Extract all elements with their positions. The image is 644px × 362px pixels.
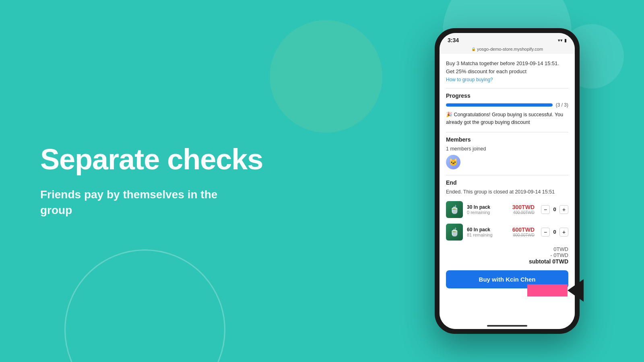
product-info-2: 60 In pack 81 remaining: [467, 227, 508, 237]
arrow-wrapper: [527, 279, 584, 302]
lock-icon: 🔒: [471, 47, 476, 51]
main-title: Separate checks: [40, 144, 263, 175]
qty-decrease-2[interactable]: −: [541, 228, 550, 237]
product-remaining-2: 81 remaining: [467, 232, 508, 237]
left-section: Separate checks Friends pay by themselve…: [40, 144, 263, 218]
subtotal-line: subtotal 0TWD: [446, 258, 568, 265]
battery-icon: ▮: [564, 38, 567, 43]
product-remaining-1: 0 remaining: [467, 210, 508, 215]
url-text: 🔒 yosgo-demo-store.myshopify.com: [471, 47, 543, 51]
deal-description: Buy 3 Matcha together before 2019-09-14 …: [446, 60, 568, 75]
qty-control-2[interactable]: − 0 +: [541, 228, 568, 237]
congrats-emoji: 🎉: [446, 112, 452, 117]
url-address: yosgo-demo-store.myshopify.com: [477, 47, 543, 51]
product-image-1: 🍵: [446, 201, 463, 218]
member-avatar: 🐱: [446, 155, 460, 169]
members-count: 1 members joined: [446, 146, 568, 152]
status-time: 3:34: [448, 37, 459, 43]
price-current-2: 600TWD: [512, 226, 535, 233]
qty-decrease-1[interactable]: −: [541, 205, 550, 214]
progress-label: (3 / 3): [556, 102, 568, 108]
qty-increase-2[interactable]: +: [559, 228, 568, 237]
divider-3: [446, 175, 568, 175]
progress-bar-bg: [446, 103, 553, 107]
price-original-2: 800.00TWD: [513, 233, 535, 237]
home-bar: [487, 325, 527, 327]
progress-section: Progress (3 / 3) 🎉 Congratulations! Grou…: [446, 93, 568, 126]
divider-1: [446, 88, 568, 88]
product-row-1: 🍵 30 In pack 0 remaining 300TWD 400.00TW…: [446, 201, 568, 218]
arrow-shaft: [527, 284, 568, 296]
product-price-2: 600TWD 800.00TWD: [512, 226, 535, 237]
end-title: End: [446, 179, 568, 186]
divider-2: [446, 132, 568, 132]
end-section: End Ended. This group is closed at 2019-…: [446, 179, 568, 195]
price-original-1: 400.00TWD: [513, 210, 535, 215]
product-info-1: 30 In pack 0 remaining: [467, 204, 508, 215]
status-icons: ▾▾ ▮: [558, 38, 567, 43]
qty-value-1: 0: [552, 206, 557, 212]
total-line: 0TWD: [446, 246, 568, 252]
product-price-1: 300TWD 400.00TWD: [512, 204, 535, 215]
status-bar: 3:34 ▾▾ ▮: [440, 33, 575, 45]
url-bar: 🔒 yosgo-demo-store.myshopify.com: [440, 45, 575, 54]
price-current-1: 300TWD: [512, 204, 535, 210]
qty-control-1[interactable]: − 0 +: [541, 205, 568, 214]
qty-value-2: 0: [552, 229, 557, 235]
wifi-icon: ▾▾: [558, 38, 563, 43]
progress-bar-container: (3 / 3): [446, 102, 568, 108]
product-row-2: 🍵 60 In pack 81 remaining 600TWD 800.00T…: [446, 224, 568, 241]
sub-title: Friends pay by themselves in the group: [40, 187, 250, 218]
end-text: Ended. This group is closed at 2019-09-1…: [446, 189, 568, 195]
qty-increase-1[interactable]: +: [559, 205, 568, 214]
members-title: Members: [446, 136, 568, 143]
progress-bar-fill: [446, 103, 553, 107]
product-name-1: 30 In pack: [467, 204, 508, 210]
congrats-text: 🎉 Congratulations! Group buying is succe…: [446, 111, 568, 126]
product-name-2: 60 In pack: [467, 227, 508, 232]
arrow-triangle: [568, 279, 584, 302]
phone-wrapper: 3:34 ▾▾ ▮ 🔒 yosgo-demo-store.myshopify.c…: [435, 8, 580, 354]
members-section: Members 1 members joined 🐱: [446, 136, 568, 169]
bg-circle-bottom-left: [64, 249, 225, 362]
congrats-message: Congratulations! Group buying is success…: [446, 112, 563, 125]
totals-section: 0TWD - 0TWD subtotal 0TWD: [446, 246, 568, 265]
how-to-group-buying-link[interactable]: How to group buying?: [446, 77, 568, 82]
product-image-2: 🍵: [446, 224, 463, 241]
bg-circle-green: [270, 20, 382, 133]
progress-title: Progress: [446, 93, 568, 99]
home-indicator: [440, 323, 575, 329]
discount-line: - 0TWD: [446, 252, 568, 258]
